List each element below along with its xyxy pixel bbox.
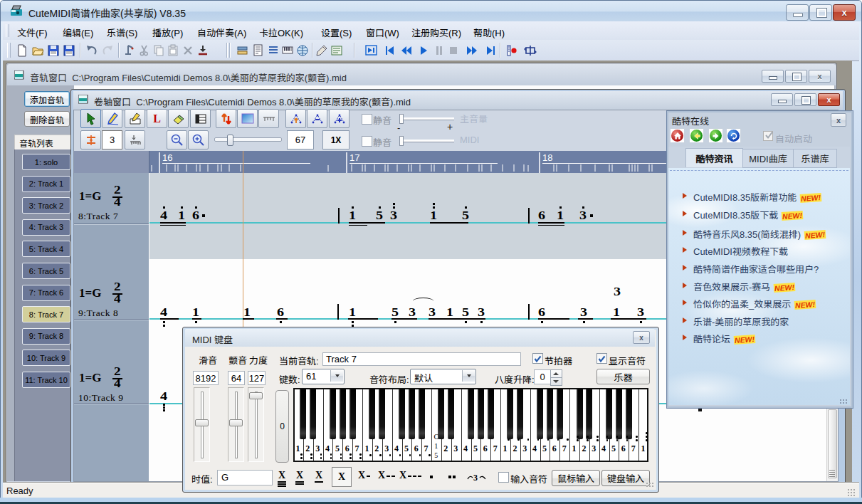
svg-text:18: 18 bbox=[542, 152, 552, 163]
svg-text:3: 3 bbox=[473, 473, 478, 483]
svg-text:17: 17 bbox=[349, 152, 359, 163]
svg-text:16: 16 bbox=[162, 152, 172, 163]
